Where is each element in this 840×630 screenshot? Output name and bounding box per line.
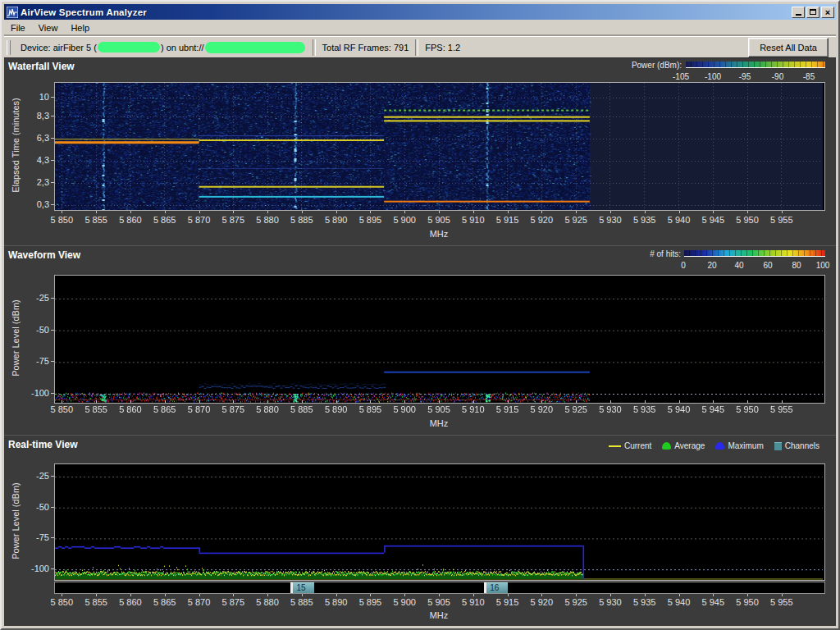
x-tick-label: 5 885 bbox=[290, 597, 313, 607]
x-tick-mark bbox=[782, 211, 783, 213]
x-tick-mark bbox=[679, 594, 680, 596]
y-tick-mark bbox=[51, 507, 54, 508]
x-tick-label: 5 950 bbox=[736, 215, 759, 225]
minimize-icon bbox=[796, 14, 801, 16]
x-tick-label: 5 890 bbox=[325, 215, 348, 225]
power-scale-tick: -85 bbox=[803, 72, 815, 81]
x-tick-mark bbox=[165, 211, 166, 213]
y-tick-label: -50 bbox=[18, 502, 49, 512]
x-tick-label: 5 850 bbox=[51, 597, 74, 607]
y-tick-mark bbox=[51, 204, 54, 205]
average-mound-icon bbox=[662, 442, 671, 450]
x-tick-mark bbox=[508, 400, 509, 403]
x-tick-mark bbox=[679, 400, 680, 403]
x-tick-label: 5 945 bbox=[702, 404, 725, 414]
x-tick-mark bbox=[439, 400, 440, 403]
x-tick-mark bbox=[439, 211, 440, 213]
x-tick-label: 5 895 bbox=[359, 404, 382, 414]
x-tick-label: 5 930 bbox=[599, 597, 622, 607]
channel-marker: 15 bbox=[293, 582, 314, 593]
x-tick-mark bbox=[473, 400, 474, 403]
minimize-button[interactable] bbox=[792, 7, 805, 18]
y-tick-mark bbox=[51, 476, 54, 477]
menu-file[interactable]: File bbox=[4, 21, 32, 35]
x-tick-mark bbox=[96, 400, 97, 403]
realtime-x-axis-unit: MHz bbox=[430, 610, 449, 620]
waveform-section-title: Waveform View bbox=[8, 249, 80, 261]
x-tick-mark bbox=[713, 594, 714, 596]
hits-scale-tick: 80 bbox=[792, 261, 801, 270]
x-tick-label: 5 915 bbox=[496, 215, 519, 225]
x-tick-mark bbox=[165, 594, 166, 596]
x-tick-mark bbox=[62, 594, 62, 596]
waveform-y-axis-title: Power Level (dBm) bbox=[11, 272, 21, 404]
x-tick-label: 5 855 bbox=[84, 597, 107, 607]
x-tick-label: 5 870 bbox=[188, 404, 211, 414]
x-tick-label: 5 915 bbox=[496, 404, 519, 414]
redacted-device-address bbox=[205, 42, 305, 53]
menu-bar: File View Help bbox=[4, 20, 836, 36]
channels-square-icon bbox=[774, 442, 782, 450]
x-tick-label: 5 905 bbox=[427, 404, 450, 414]
y-tick-label: -50 bbox=[18, 325, 49, 335]
x-tick-label: 5 900 bbox=[393, 404, 416, 414]
section-divider bbox=[4, 435, 836, 436]
x-tick-label: 5 850 bbox=[51, 215, 74, 225]
x-tick-label: 5 900 bbox=[393, 597, 416, 607]
waterfall-plot bbox=[54, 82, 825, 211]
x-tick-mark bbox=[130, 400, 131, 403]
toolbar-grip bbox=[7, 40, 11, 55]
menu-view[interactable]: View bbox=[32, 21, 65, 35]
close-button[interactable]: × bbox=[821, 7, 834, 18]
x-tick-mark bbox=[541, 594, 542, 596]
x-tick-mark bbox=[610, 594, 611, 596]
x-tick-mark bbox=[62, 211, 62, 213]
x-tick-mark bbox=[370, 400, 371, 403]
x-tick-mark bbox=[165, 400, 166, 403]
x-tick-mark bbox=[130, 594, 131, 596]
x-tick-label: 5 925 bbox=[564, 404, 587, 414]
hits-scale-tick: 100 bbox=[816, 261, 830, 270]
x-tick-mark bbox=[576, 400, 577, 403]
x-tick-label: 5 880 bbox=[256, 597, 279, 607]
menu-help[interactable]: Help bbox=[64, 21, 96, 35]
waterfall-section-title: Waterfall View bbox=[8, 61, 75, 72]
x-tick-label: 5 895 bbox=[359, 597, 382, 607]
waveform-canvas bbox=[55, 276, 823, 403]
y-tick-label: 2,3 bbox=[18, 177, 49, 187]
x-tick-label: 5 920 bbox=[531, 597, 554, 607]
x-tick-label: 5 855 bbox=[84, 404, 107, 414]
x-tick-label: 5 875 bbox=[222, 597, 245, 607]
x-tick-mark bbox=[747, 594, 748, 596]
y-tick-mark bbox=[51, 537, 54, 538]
x-tick-label: 5 895 bbox=[359, 215, 382, 225]
device-label-mid: ) on ubnt:// bbox=[161, 43, 204, 52]
x-tick-mark bbox=[199, 400, 200, 403]
x-tick-mark bbox=[439, 594, 440, 596]
x-tick-mark bbox=[336, 400, 337, 403]
hits-scale-tick: 0 bbox=[681, 261, 686, 270]
x-tick-mark bbox=[576, 211, 577, 213]
x-tick-label: 5 940 bbox=[668, 597, 691, 607]
x-tick-mark bbox=[62, 400, 62, 403]
x-tick-mark bbox=[404, 211, 405, 213]
maximize-button[interactable] bbox=[806, 7, 819, 18]
x-tick-label: 5 865 bbox=[153, 215, 176, 225]
x-tick-mark bbox=[267, 211, 268, 213]
x-tick-label: 5 890 bbox=[325, 404, 348, 414]
x-tick-label: 5 955 bbox=[770, 597, 793, 607]
x-tick-label: 5 950 bbox=[736, 404, 759, 414]
redacted-device-id bbox=[98, 42, 160, 52]
window-title: AirView Spectrum Analyzer bbox=[21, 7, 147, 17]
x-tick-label: 5 935 bbox=[633, 597, 656, 607]
x-tick-mark bbox=[199, 594, 200, 596]
x-tick-label: 5 905 bbox=[427, 215, 450, 225]
x-tick-label: 5 890 bbox=[325, 597, 348, 607]
x-tick-mark bbox=[645, 400, 646, 403]
x-tick-label: 5 870 bbox=[188, 215, 211, 225]
y-tick-label: -100 bbox=[18, 388, 49, 398]
reset-all-data-button[interactable]: Reset All Data bbox=[748, 38, 829, 57]
waveform-plot bbox=[54, 275, 825, 404]
x-tick-mark bbox=[370, 594, 371, 596]
hits-scale-label: # of hits: bbox=[632, 249, 681, 258]
